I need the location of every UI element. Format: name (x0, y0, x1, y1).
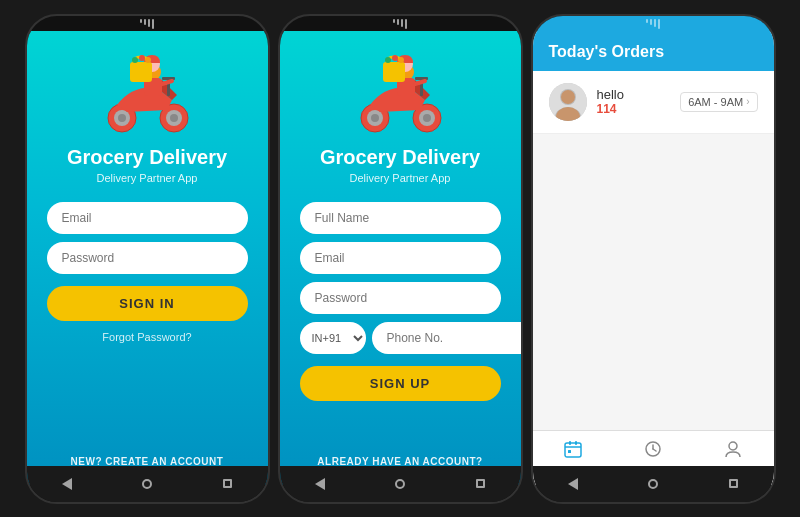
svg-rect-37 (575, 441, 577, 445)
signup-phone: Grocery Delivery Delivery Partner App IN… (278, 14, 523, 504)
signin-password-input[interactable] (47, 242, 248, 274)
profile-icon (723, 439, 743, 464)
signup-password-input[interactable] (300, 282, 501, 314)
order-list-item[interactable]: hello 114 6AM - 9AM › (533, 71, 774, 134)
signup-email-input[interactable] (300, 242, 501, 274)
svg-point-17 (371, 114, 379, 122)
home-button-3[interactable] (643, 474, 663, 494)
signup-button[interactable]: SIGN UP (300, 366, 501, 401)
order-avatar (549, 83, 587, 121)
order-info: hello 114 (597, 87, 681, 116)
time-slot-badge[interactable]: 6AM - 9AM › (680, 92, 757, 112)
signup-screen: Grocery Delivery Delivery Partner App IN… (280, 31, 521, 485)
time-slot-text: 6AM - 9AM (688, 96, 743, 108)
signin-screen: Grocery Delivery Delivery Partner App SI… (27, 31, 268, 485)
chevron-right-icon: › (746, 96, 749, 107)
signin-email-input[interactable] (47, 202, 248, 234)
orders-title: Today's Orders (549, 43, 665, 60)
signup-app-subtitle: Delivery Partner App (350, 172, 451, 184)
svg-line-42 (653, 449, 656, 451)
svg-point-12 (132, 57, 138, 63)
svg-point-2 (118, 114, 126, 122)
svg-point-28 (392, 55, 398, 61)
svg-point-20 (423, 114, 431, 122)
svg-rect-36 (569, 441, 571, 445)
svg-rect-11 (130, 62, 152, 82)
svg-rect-35 (565, 443, 581, 457)
orders-header: Today's Orders (533, 31, 774, 71)
country-code-select[interactable]: IN+91 (300, 322, 366, 354)
orders-phone: Today's Orders hello 114 (531, 14, 776, 504)
home-button-2[interactable] (390, 474, 410, 494)
svg-point-13 (139, 55, 145, 61)
back-button[interactable] (57, 474, 77, 494)
svg-point-5 (170, 114, 178, 122)
svg-rect-39 (568, 450, 571, 453)
signin-phone: Grocery Delivery Delivery Partner App SI… (25, 14, 270, 504)
scooter-illustration (92, 48, 202, 138)
signin-app-title: Grocery Delivery (67, 146, 227, 169)
order-customer-name: hello (597, 87, 681, 102)
phone-number-input[interactable] (372, 322, 523, 354)
svg-point-33 (561, 90, 575, 104)
svg-point-27 (385, 57, 391, 63)
today-icon (563, 439, 583, 464)
recent-button[interactable] (217, 474, 237, 494)
order-id: 114 (597, 102, 681, 116)
signup-fullname-input[interactable] (300, 202, 501, 234)
signup-app-title: Grocery Delivery (320, 146, 480, 169)
history-icon (643, 439, 663, 464)
svg-point-14 (145, 57, 151, 63)
forgot-password-link[interactable]: Forgot Password? (102, 331, 191, 343)
back-button-2[interactable] (310, 474, 330, 494)
back-button-3[interactable] (563, 474, 583, 494)
phone1-nav (27, 466, 268, 502)
recent-button-3[interactable] (723, 474, 743, 494)
home-button[interactable] (137, 474, 157, 494)
svg-point-43 (729, 442, 737, 450)
recent-button-2[interactable] (470, 474, 490, 494)
scooter-illustration-2 (345, 48, 455, 138)
phone2-nav (280, 466, 521, 502)
phone3-nav (533, 466, 774, 502)
signin-button[interactable]: SIGN IN (47, 286, 248, 321)
svg-point-29 (398, 57, 404, 63)
orders-screen: Today's Orders hello 114 (533, 31, 774, 485)
svg-rect-26 (383, 62, 405, 82)
signin-app-subtitle: Delivery Partner App (97, 172, 198, 184)
phone-row: IN+91 (300, 322, 501, 354)
